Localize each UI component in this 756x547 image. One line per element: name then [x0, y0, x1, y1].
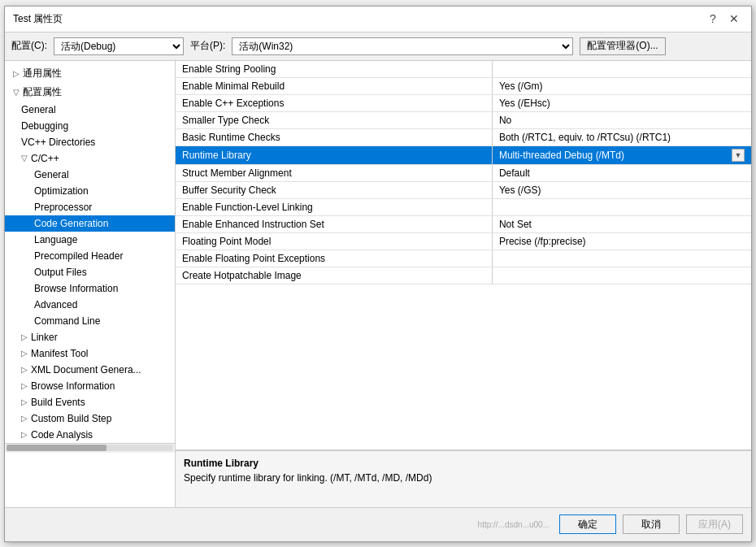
prop-value-10: Precise (/fp:precise): [492, 232, 751, 250]
table-row[interactable]: Runtime LibraryMulti-threaded Debug (/MT…: [176, 145, 751, 164]
tree-item-language[interactable]: Language: [5, 232, 175, 248]
tree-scrollbar[interactable]: [5, 443, 175, 453]
tree-item-browse-info-sub[interactable]: Browse Information: [5, 280, 175, 297]
tree-item-output-files[interactable]: Output Files: [5, 264, 175, 280]
config-label: 配置(C):: [11, 39, 47, 53]
props-table: Enable String PoolingEnable Minimal Rebu…: [176, 61, 751, 450]
prop-value-7: Yes (/GS): [492, 181, 751, 198]
prop-name-6: Struct Member Alignment: [176, 164, 492, 181]
close-button[interactable]: ✕: [725, 10, 743, 28]
tree-item-cpp-general[interactable]: General: [5, 167, 175, 183]
dialog-title: Test 属性页: [13, 12, 63, 26]
table-row[interactable]: Enable Minimal RebuildYes (/Gm): [176, 77, 751, 94]
tree-label-preprocessor: Preprocessor: [34, 202, 92, 213]
tree-item-cpp[interactable]: ▽ C/C++: [5, 150, 175, 167]
tree-item-precompiled-header[interactable]: Precompiled Header: [5, 248, 175, 264]
table-row[interactable]: Create Hotpatchable Image: [176, 267, 751, 284]
table-row[interactable]: Floating Point ModelPrecise (/fp:precise…: [176, 232, 751, 250]
tree-label-vc-dirs: VC++ Directories: [21, 137, 95, 148]
tree-item-code-analysis[interactable]: ▷ Code Analysis: [5, 427, 175, 443]
tree-label-code-analysis: Code Analysis: [31, 429, 93, 441]
tree-label-precompiled-header: Precompiled Header: [34, 250, 123, 262]
tree-item-custom-build[interactable]: ▷ Custom Build Step: [5, 410, 175, 427]
tree-item-linker[interactable]: ▷ Linker: [5, 329, 175, 345]
prop-name-7: Buffer Security Check: [176, 181, 492, 198]
table-row[interactable]: Enable Enhanced Instruction SetNot Set: [176, 215, 751, 232]
scrollbar-track: [7, 445, 173, 451]
title-bar: Test 属性页 ? ✕: [5, 7, 751, 33]
tree-item-xml-document[interactable]: ▷ XML Document Genera...: [5, 362, 175, 378]
table-row[interactable]: Smaller Type CheckNo: [176, 111, 751, 128]
properties-table: Enable String PoolingEnable Minimal Rebu…: [176, 61, 751, 284]
tree-arrow-manifest-tool: ▷: [21, 349, 28, 358]
table-row[interactable]: Buffer Security CheckYes (/GS): [176, 181, 751, 198]
toolbar: 配置(C): 活动(Debug) 平台(P): 活动(Win32) 配置管理器(…: [5, 33, 751, 61]
tree-item-browse-info[interactable]: ▷ Browse Information: [5, 378, 175, 394]
main-content: ▷ 通用属性▽ 配置属性GeneralDebuggingVC++ Directo…: [5, 61, 751, 507]
tree-arrow-browse-info: ▷: [21, 381, 28, 390]
tree-label-custom-build: Custom Build Step: [31, 413, 111, 424]
tree-label-general: General: [21, 104, 56, 115]
prop-value-9: Not Set: [492, 215, 751, 232]
tree-label-browse-info-sub: Browse Information: [34, 283, 118, 294]
help-button[interactable]: ?: [704, 10, 722, 28]
prop-value-8: [492, 198, 751, 215]
dropdown-value-5: Multi-threaded Debug (/MTd): [499, 150, 624, 161]
tree-item-code-generation[interactable]: Code Generation: [5, 215, 175, 232]
cancel-button[interactable]: 取消: [623, 514, 680, 534]
tree-item-manifest-tool[interactable]: ▷ Manifest Tool: [5, 345, 175, 362]
tree-arrow-xml-document: ▷: [21, 365, 28, 374]
tree-item-config-props[interactable]: ▽ 配置属性: [5, 83, 175, 102]
prop-name-5: Runtime Library: [176, 145, 492, 164]
tree-item-debugging[interactable]: Debugging: [5, 118, 175, 134]
tree-item-general[interactable]: General: [5, 102, 175, 118]
tree-label-manifest-tool: Manifest Tool: [31, 348, 88, 359]
table-row[interactable]: Enable Floating Point Exceptions: [176, 250, 751, 267]
tree-label-cpp: C/C++: [31, 153, 59, 164]
tree-label-language: Language: [34, 234, 77, 245]
apply-button[interactable]: 应用(A): [686, 514, 743, 534]
tree-arrow-custom-build: ▷: [21, 414, 28, 423]
dialog: Test 属性页 ? ✕ 配置(C): 活动(Debug) 平台(P): 活动(…: [4, 6, 752, 542]
platform-select[interactable]: 活动(Win32): [232, 37, 573, 55]
tree-arrow-config-props: ▽: [13, 88, 20, 97]
prop-name-12: Create Hotpatchable Image: [176, 267, 492, 284]
tree-label-build-events: Build Events: [31, 397, 85, 408]
tree-arrow-linker: ▷: [21, 332, 28, 341]
prop-name-1: Enable Minimal Rebuild: [176, 77, 492, 94]
tree-label-code-generation: Code Generation: [34, 218, 108, 229]
prop-name-3: Smaller Type Check: [176, 111, 492, 128]
prop-value-5[interactable]: Multi-threaded Debug (/MTd)▼: [492, 145, 751, 164]
table-row[interactable]: Basic Runtime ChecksBoth (/RTC1, equiv. …: [176, 128, 751, 145]
tree-arrow-cpp: ▽: [21, 154, 28, 163]
table-row[interactable]: Enable C++ ExceptionsYes (/EHsc): [176, 94, 751, 111]
dropdown-cell-5: Multi-threaded Debug (/MTd)▼: [499, 149, 745, 162]
tree-item-optimization[interactable]: Optimization: [5, 183, 175, 199]
tree-item-build-events[interactable]: ▷ Build Events: [5, 394, 175, 410]
table-row[interactable]: Struct Member AlignmentDefault: [176, 164, 751, 181]
dropdown-arrow-5[interactable]: ▼: [732, 149, 745, 162]
tree-item-advanced-sub[interactable]: Advanced: [5, 297, 175, 313]
watermark-text: http://...dsdn...u00...: [478, 520, 550, 529]
prop-value-1: Yes (/Gm): [492, 77, 751, 94]
tree-label-debugging: Debugging: [21, 120, 68, 132]
tree-label-general-props: 通用属性: [23, 67, 62, 80]
prop-name-9: Enable Enhanced Instruction Set: [176, 215, 492, 232]
config-select[interactable]: 活动(Debug): [54, 37, 184, 55]
confirm-button[interactable]: 确定: [559, 514, 616, 534]
tree-item-general-props[interactable]: ▷ 通用属性: [5, 64, 175, 83]
prop-value-0: [492, 61, 751, 78]
tree-item-preprocessor[interactable]: Preprocessor: [5, 199, 175, 215]
tree-arrow-code-analysis: ▷: [21, 430, 28, 439]
tree-item-command-line[interactable]: Command Line: [5, 313, 175, 329]
tree-label-command-line: Command Line: [34, 315, 100, 327]
tree-item-vc-dirs[interactable]: VC++ Directories: [5, 134, 175, 150]
manage-config-button[interactable]: 配置管理器(O)...: [580, 37, 665, 55]
tree-label-xml-document: XML Document Genera...: [31, 364, 141, 376]
footer: http://...dsdn...u00... 确定 取消 应用(A): [5, 507, 751, 541]
prop-value-3: No: [492, 111, 751, 128]
prop-value-12: [492, 267, 751, 284]
table-row[interactable]: Enable String Pooling: [176, 61, 751, 78]
prop-name-0: Enable String Pooling: [176, 61, 492, 78]
table-row[interactable]: Enable Function-Level Linking: [176, 198, 751, 215]
